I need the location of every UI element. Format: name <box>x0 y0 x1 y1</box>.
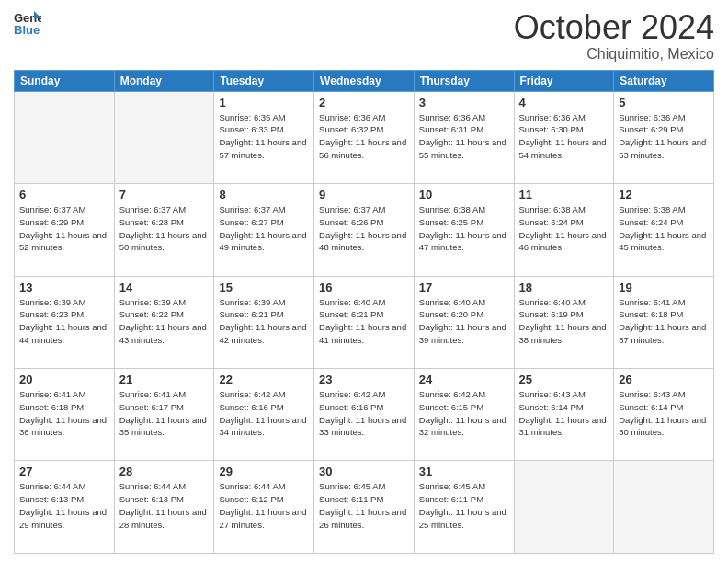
sunset: Sunset: 6:33 PM <box>219 124 283 134</box>
sun-info: Sunrise: 6:42 AMSunset: 6:16 PMDaylight:… <box>219 388 309 439</box>
weekday-header-sunday: Sunday <box>15 70 115 91</box>
sun-info: Sunrise: 6:40 AMSunset: 6:21 PMDaylight:… <box>319 296 409 347</box>
logo: General Blue <box>14 9 41 37</box>
sunrise: Sunrise: 6:38 AM <box>419 204 485 214</box>
title-block: October 2024 Chiquimitio, Mexico <box>514 9 714 63</box>
sun-info: Sunrise: 6:38 AMSunset: 6:25 PMDaylight:… <box>419 203 509 254</box>
sunrise: Sunrise: 6:44 AM <box>219 481 285 491</box>
day-number: 1 <box>219 96 309 109</box>
daylight: Daylight: 11 hours and 56 minutes. <box>319 137 406 160</box>
sunrise: Sunrise: 6:42 AM <box>419 389 485 399</box>
daylight: Daylight: 11 hours and 46 minutes. <box>519 230 607 253</box>
daylight: Daylight: 11 hours and 55 minutes. <box>419 137 506 160</box>
day-number: 31 <box>419 465 509 478</box>
sunset: Sunset: 6:16 PM <box>219 402 283 412</box>
day-number: 21 <box>119 373 210 386</box>
sunrise: Sunrise: 6:36 AM <box>319 112 385 122</box>
daylight: Daylight: 11 hours and 47 minutes. <box>419 230 506 253</box>
daylight: Daylight: 11 hours and 35 minutes. <box>119 415 207 438</box>
daylight: Daylight: 11 hours and 31 minutes. <box>519 415 607 438</box>
day-number: 25 <box>519 373 609 386</box>
sunrise: Sunrise: 6:41 AM <box>119 389 186 399</box>
weekday-header-thursday: Thursday <box>414 70 514 91</box>
calendar-cell: 22Sunrise: 6:42 AMSunset: 6:16 PMDayligh… <box>214 369 314 461</box>
calendar-cell: 13Sunrise: 6:39 AMSunset: 6:23 PMDayligh… <box>15 276 115 368</box>
sunrise: Sunrise: 6:42 AM <box>219 389 285 399</box>
sunset: Sunset: 6:26 PM <box>319 217 383 227</box>
daylight: Daylight: 11 hours and 36 minutes. <box>19 415 107 438</box>
calendar-cell <box>614 461 714 554</box>
sunset: Sunset: 6:31 PM <box>419 124 483 134</box>
calendar-cell: 3Sunrise: 6:36 AMSunset: 6:31 PMDaylight… <box>414 91 514 183</box>
sunset: Sunset: 6:29 PM <box>19 217 84 227</box>
day-number: 10 <box>419 188 509 201</box>
sun-info: Sunrise: 6:36 AMSunset: 6:32 PMDaylight:… <box>319 111 409 162</box>
sun-info: Sunrise: 6:44 AMSunset: 6:12 PMDaylight:… <box>219 480 309 531</box>
sunset: Sunset: 6:12 PM <box>219 494 283 504</box>
day-number: 8 <box>219 188 309 201</box>
day-number: 20 <box>19 373 109 386</box>
header: General Blue October 2024 Chiquimitio, M… <box>14 9 714 63</box>
daylight: Daylight: 11 hours and 52 minutes. <box>19 230 107 253</box>
sun-info: Sunrise: 6:45 AMSunset: 6:11 PMDaylight:… <box>419 480 509 531</box>
sunset: Sunset: 6:19 PM <box>519 309 584 319</box>
sunset: Sunset: 6:28 PM <box>119 217 184 227</box>
sunrise: Sunrise: 6:35 AM <box>219 112 285 122</box>
sun-info: Sunrise: 6:35 AMSunset: 6:33 PMDaylight:… <box>219 111 309 162</box>
sunset: Sunset: 6:25 PM <box>419 217 483 227</box>
calendar-cell: 18Sunrise: 6:40 AMSunset: 6:19 PMDayligh… <box>514 276 614 368</box>
day-number: 3 <box>419 96 509 109</box>
day-number: 2 <box>319 96 409 109</box>
calendar-cell: 5Sunrise: 6:36 AMSunset: 6:29 PMDaylight… <box>614 91 714 183</box>
daylight: Daylight: 11 hours and 44 minutes. <box>19 322 107 345</box>
daylight: Daylight: 11 hours and 50 minutes. <box>119 230 207 253</box>
sunrise: Sunrise: 6:40 AM <box>519 297 586 307</box>
sunrise: Sunrise: 6:39 AM <box>19 297 85 307</box>
sunrise: Sunrise: 6:43 AM <box>519 389 586 399</box>
calendar-cell: 17Sunrise: 6:40 AMSunset: 6:20 PMDayligh… <box>414 276 514 368</box>
calendar-cell: 6Sunrise: 6:37 AMSunset: 6:29 PMDaylight… <box>15 184 115 276</box>
daylight: Daylight: 11 hours and 29 minutes. <box>19 507 107 530</box>
calendar-cell: 16Sunrise: 6:40 AMSunset: 6:21 PMDayligh… <box>314 276 415 368</box>
sun-info: Sunrise: 6:43 AMSunset: 6:14 PMDaylight:… <box>519 388 609 439</box>
daylight: Daylight: 11 hours and 33 minutes. <box>319 415 406 438</box>
day-number: 30 <box>319 465 409 478</box>
calendar-cell: 10Sunrise: 6:38 AMSunset: 6:25 PMDayligh… <box>414 184 514 276</box>
sun-info: Sunrise: 6:37 AMSunset: 6:27 PMDaylight:… <box>219 203 309 254</box>
sun-info: Sunrise: 6:41 AMSunset: 6:18 PMDaylight:… <box>19 388 109 439</box>
calendar-cell: 20Sunrise: 6:41 AMSunset: 6:18 PMDayligh… <box>15 369 115 461</box>
day-number: 12 <box>619 188 709 201</box>
day-number: 5 <box>619 96 709 109</box>
calendar-cell: 1Sunrise: 6:35 AMSunset: 6:33 PMDaylight… <box>214 91 314 183</box>
sun-info: Sunrise: 6:40 AMSunset: 6:19 PMDaylight:… <box>519 296 609 347</box>
day-number: 4 <box>519 96 609 109</box>
daylight: Daylight: 11 hours and 42 minutes. <box>219 322 306 345</box>
calendar-cell: 19Sunrise: 6:41 AMSunset: 6:18 PMDayligh… <box>614 276 714 368</box>
sunrise: Sunrise: 6:44 AM <box>19 481 85 491</box>
day-number: 15 <box>219 281 309 294</box>
day-number: 19 <box>619 281 709 294</box>
day-number: 24 <box>419 373 509 386</box>
daylight: Daylight: 11 hours and 41 minutes. <box>319 322 406 345</box>
sun-info: Sunrise: 6:40 AMSunset: 6:20 PMDaylight:… <box>419 296 509 347</box>
calendar-cell: 8Sunrise: 6:37 AMSunset: 6:27 PMDaylight… <box>214 184 314 276</box>
svg-text:Blue: Blue <box>14 23 40 37</box>
calendar-cell: 15Sunrise: 6:39 AMSunset: 6:21 PMDayligh… <box>214 276 314 368</box>
sunrise: Sunrise: 6:41 AM <box>619 297 685 307</box>
calendar-cell: 12Sunrise: 6:38 AMSunset: 6:24 PMDayligh… <box>614 184 714 276</box>
sunrise: Sunrise: 6:37 AM <box>219 204 285 214</box>
sunset: Sunset: 6:24 PM <box>519 217 584 227</box>
sunset: Sunset: 6:32 PM <box>319 124 383 134</box>
day-number: 9 <box>319 188 409 201</box>
calendar-cell: 29Sunrise: 6:44 AMSunset: 6:12 PMDayligh… <box>214 461 314 554</box>
sunrise: Sunrise: 6:37 AM <box>119 204 186 214</box>
day-number: 11 <box>519 188 609 201</box>
day-number: 23 <box>319 373 409 386</box>
daylight: Daylight: 11 hours and 34 minutes. <box>219 415 306 438</box>
calendar-cell: 23Sunrise: 6:42 AMSunset: 6:16 PMDayligh… <box>314 369 415 461</box>
month-title: October 2024 <box>514 9 714 46</box>
sunset: Sunset: 6:17 PM <box>119 402 184 412</box>
calendar-cell: 31Sunrise: 6:45 AMSunset: 6:11 PMDayligh… <box>414 461 514 554</box>
calendar: SundayMondayTuesdayWednesdayThursdayFrid… <box>14 70 714 554</box>
sun-info: Sunrise: 6:36 AMSunset: 6:30 PMDaylight:… <box>519 111 609 162</box>
